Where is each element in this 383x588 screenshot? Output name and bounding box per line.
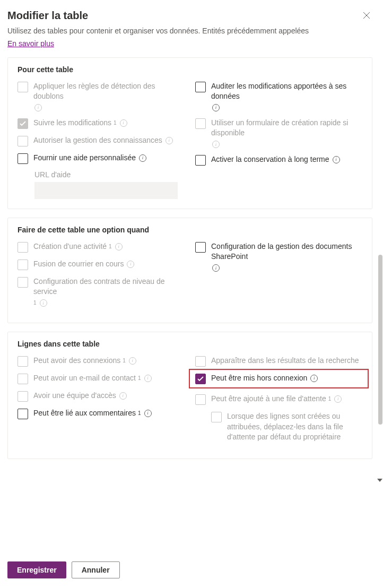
info-icon[interactable]: i: [115, 243, 123, 250]
opt-access-team: Avoir une équipe d'accès i: [18, 391, 185, 402]
checkbox-custom-help[interactable]: [18, 153, 28, 164]
info-icon[interactable]: i: [139, 154, 146, 162]
learn-more-link[interactable]: En savoir plus: [7, 39, 54, 48]
info-icon[interactable]: i: [310, 375, 318, 382]
opt-track-changes: Suivre les modifications1 i: [18, 118, 185, 129]
opt-label: Peut avoir des connexions: [33, 356, 120, 366]
info-icon[interactable]: i: [120, 119, 127, 127]
opt-allow-knowledge: Autoriser la gestion des connaissances i: [18, 135, 185, 146]
opt-label: Peut avoir un e-mail de contact: [33, 373, 136, 384]
opt-label: Lorsque des lignes sont créées ou attrib…: [227, 411, 362, 443]
opt-label: Auditer les modifications apportées à se…: [211, 81, 362, 102]
info-icon[interactable]: i: [144, 375, 152, 382]
info-icon[interactable]: i: [212, 141, 220, 148]
info-icon[interactable]: i: [40, 299, 47, 307]
page-subtitle: Utilisez des tables pour contenir et org…: [7, 26, 372, 37]
checkbox-mail-merge: [18, 260, 28, 270]
save-button[interactable]: Enregistrer: [7, 561, 66, 578]
opt-label: Configuration des contrats de niveau de …: [33, 276, 185, 297]
opt-label: Activer la conservation à long terme: [211, 154, 329, 165]
section-for-this-table: Pour cette table Appliquer les règles de…: [7, 57, 372, 209]
check-icon: [20, 121, 26, 126]
checkbox-sharepoint[interactable]: [195, 242, 206, 253]
scrollbar-thumb[interactable]: [378, 255, 382, 425]
opt-apply-dup-rules: Appliquer les règles de détection des do…: [18, 81, 185, 111]
close-button[interactable]: [361, 10, 372, 23]
info-icon[interactable]: i: [129, 357, 136, 365]
checkbox-track-changes: [18, 118, 28, 129]
close-icon: [363, 12, 370, 19]
info-icon[interactable]: i: [34, 104, 42, 111]
info-icon[interactable]: i: [333, 156, 340, 163]
checkbox-activity: [18, 242, 28, 253]
opt-label: Utiliser un formulaire de création rapid…: [211, 118, 362, 139]
opt-label: Création d'une activité: [33, 241, 107, 252]
checkbox-access-team: [18, 391, 28, 402]
opt-audit[interactable]: Auditer les modifications apportées à se…: [195, 81, 362, 111]
opt-label: Configuration de la gestion des document…: [211, 241, 362, 262]
footer: Enregistrer Annuler: [7, 552, 120, 578]
info-icon[interactable]: i: [127, 261, 134, 268]
opt-label: Suivre les modifications: [33, 118, 111, 128]
info-icon[interactable]: i: [212, 104, 220, 111]
section-title: Faire de cette table une option quand: [18, 226, 362, 234]
opt-label: Avoir une équipe d'accès: [33, 391, 116, 401]
checkbox-audit[interactable]: [195, 82, 206, 92]
opt-label: Appliquer les règles de détection des do…: [33, 81, 185, 102]
checkbox-offline[interactable]: [195, 374, 206, 384]
scroll-down-icon[interactable]: [377, 479, 382, 482]
opt-label: Fusion de courrier en cours: [33, 259, 124, 270]
opt-custom-help[interactable]: Fournir une aide personnalisée i: [18, 153, 185, 164]
info-icon[interactable]: i: [334, 395, 342, 403]
section-option-when: Faire de cette table une option quand Cr…: [7, 218, 372, 323]
opt-contact-email: Peut avoir un e-mail de contact1 i: [18, 373, 185, 384]
page-title: Modifier la table: [7, 10, 88, 22]
opt-mail-merge: Fusion de courrier en cours i: [18, 259, 185, 270]
opt-label: Fournir une aide personnalisée: [33, 153, 136, 163]
opt-sharepoint[interactable]: Configuration de la gestion des document…: [195, 241, 362, 272]
opt-label: Peut être ajouté à une file d'attente: [211, 394, 326, 404]
opt-feedback[interactable]: Peut être lié aux commentaires1 i: [18, 408, 185, 419]
opt-label: Peut être lié aux commentaires: [33, 408, 136, 419]
checkbox-quick-form: [195, 118, 206, 129]
scroll-area[interactable]: Pour cette table Appliquer les règles de…: [7, 57, 372, 524]
opt-long-term[interactable]: Activer la conservation à long terme i: [195, 154, 362, 166]
opt-queue: Peut être ajouté à une file d'attente1 i: [195, 394, 362, 405]
checkbox-sla: [18, 277, 28, 288]
opt-quick-form: Utiliser un formulaire de création rapid…: [195, 118, 362, 148]
opt-label: Peut être mis hors connexion: [211, 373, 307, 384]
help-url-label: URL d'aide: [34, 170, 185, 179]
checkbox-search: [195, 356, 206, 367]
checkbox-queue: [195, 394, 206, 405]
opt-label: Autoriser la gestion des connaissances: [33, 135, 162, 146]
checkbox-feedback[interactable]: [18, 409, 28, 419]
checkbox-apply-dup: [18, 82, 28, 92]
checkbox-allow-knowledge: [18, 136, 28, 146]
opt-queue-sub: Lorsque des lignes sont créées ou attrib…: [211, 411, 362, 443]
check-icon: [197, 376, 204, 382]
info-icon[interactable]: i: [119, 392, 127, 400]
checkbox-connections: [18, 356, 28, 367]
section-rows: Lignes dans cette table Peut avoir des c…: [7, 332, 372, 459]
scrollbar[interactable]: [378, 255, 383, 483]
cancel-button[interactable]: Annuler: [72, 561, 120, 578]
opt-offline[interactable]: Peut être mis hors connexion i: [195, 373, 362, 384]
info-icon[interactable]: i: [144, 410, 152, 417]
info-icon[interactable]: i: [212, 264, 220, 272]
highlight-offline: Peut être mis hors connexion i: [189, 369, 369, 388]
opt-connections: Peut avoir des connexions1 i: [18, 356, 185, 367]
section-title: Lignes dans cette table: [18, 340, 362, 348]
info-icon[interactable]: i: [166, 137, 173, 144]
opt-label: Apparaître dans les résultats de la rech…: [211, 356, 359, 366]
opt-sla: Configuration des contrats de niveau de …: [18, 276, 185, 307]
opt-activity: Création d'une activité1 i: [18, 241, 185, 253]
checkbox-queue-sub: [211, 412, 222, 422]
opt-search-results: Apparaître dans les résultats de la rech…: [195, 356, 362, 367]
checkbox-long-term[interactable]: [195, 155, 206, 166]
help-url-input: [34, 182, 178, 199]
checkbox-contact-email: [18, 374, 28, 384]
section-title: Pour cette table: [18, 65, 362, 74]
